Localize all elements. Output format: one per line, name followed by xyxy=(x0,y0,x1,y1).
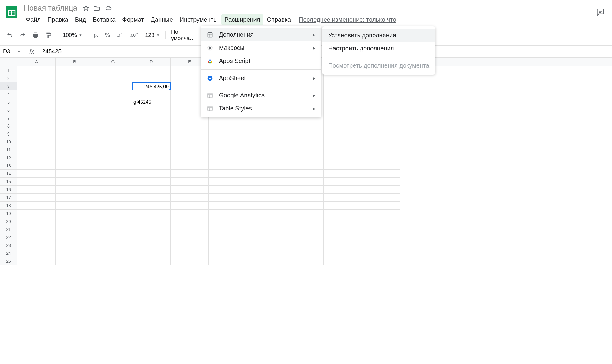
cell[interactable] xyxy=(362,114,400,122)
cell[interactable] xyxy=(362,186,400,194)
menu-help[interactable]: Справка xyxy=(264,14,294,25)
cell[interactable] xyxy=(17,162,56,170)
cell[interactable] xyxy=(132,241,171,249)
cell[interactable] xyxy=(56,194,94,202)
cell[interactable] xyxy=(209,122,247,130)
cell[interactable] xyxy=(285,178,324,186)
cell[interactable] xyxy=(171,210,209,217)
menu-format[interactable]: Формат xyxy=(119,14,147,25)
cell[interactable] xyxy=(132,90,171,98)
cloud-icon[interactable] xyxy=(105,5,112,12)
cell[interactable] xyxy=(285,241,324,249)
cell[interactable] xyxy=(362,146,400,154)
cell[interactable] xyxy=(247,122,285,130)
cell[interactable] xyxy=(171,249,209,257)
cell[interactable] xyxy=(56,122,94,130)
cell[interactable] xyxy=(94,178,132,186)
cell[interactable] xyxy=(171,162,209,170)
row-header[interactable]: 7 xyxy=(0,114,17,122)
cell[interactable] xyxy=(56,257,94,265)
number-format-select[interactable]: 123▼ xyxy=(143,31,162,40)
cell[interactable] xyxy=(324,82,362,90)
cell[interactable] xyxy=(209,257,247,265)
row-header[interactable]: 13 xyxy=(0,162,17,170)
row-header[interactable]: 15 xyxy=(0,178,17,186)
cell[interactable] xyxy=(56,202,94,210)
menu-extensions[interactable]: Расширения xyxy=(221,14,263,25)
cell[interactable] xyxy=(171,170,209,178)
cell[interactable] xyxy=(17,233,56,241)
cell[interactable] xyxy=(209,210,247,217)
cell[interactable] xyxy=(132,114,171,122)
cell[interactable] xyxy=(362,170,400,178)
cell[interactable] xyxy=(247,194,285,202)
cell[interactable] xyxy=(324,122,362,130)
cell[interactable] xyxy=(209,233,247,241)
cell[interactable] xyxy=(324,249,362,257)
cell[interactable] xyxy=(94,122,132,130)
cell[interactable] xyxy=(132,217,171,225)
cell[interactable] xyxy=(56,186,94,194)
cell[interactable] xyxy=(171,241,209,249)
cell[interactable] xyxy=(362,257,400,265)
cell[interactable] xyxy=(285,233,324,241)
row-header[interactable]: 5 xyxy=(0,98,17,106)
cell[interactable] xyxy=(362,106,400,114)
cell[interactable] xyxy=(324,90,362,98)
cell[interactable] xyxy=(324,98,362,106)
cell[interactable] xyxy=(247,146,285,154)
cell[interactable] xyxy=(94,90,132,98)
cell[interactable] xyxy=(132,122,171,130)
cell[interactable] xyxy=(209,130,247,138)
menu-table-styles[interactable]: Table Styles▶ xyxy=(201,102,321,115)
name-box[interactable]: D3▼ xyxy=(0,46,24,57)
cell[interactable] xyxy=(17,90,56,98)
menu-appsheet[interactable]: AppSheet▶ xyxy=(201,72,321,85)
cell[interactable] xyxy=(56,178,94,186)
cell[interactable] xyxy=(56,74,94,82)
cell[interactable] xyxy=(171,202,209,210)
row-header[interactable]: 24 xyxy=(0,249,17,257)
cell[interactable] xyxy=(209,178,247,186)
menu-addons[interactable]: Дополнения▶ xyxy=(201,28,321,41)
cell[interactable] xyxy=(285,162,324,170)
row-header[interactable]: 22 xyxy=(0,233,17,241)
cell[interactable] xyxy=(132,146,171,154)
cell[interactable] xyxy=(362,90,400,98)
undo-icon[interactable] xyxy=(4,30,15,40)
cell[interactable] xyxy=(324,170,362,178)
submenu-configure-addons[interactable]: Настроить дополнения xyxy=(322,42,435,55)
menu-apps-script[interactable]: Apps Script xyxy=(201,54,321,68)
cell[interactable] xyxy=(247,233,285,241)
cell[interactable] xyxy=(324,162,362,170)
currency-button[interactable]: р. xyxy=(91,30,101,40)
cell[interactable] xyxy=(285,225,324,233)
row-header[interactable]: 2 xyxy=(0,74,17,82)
menu-data[interactable]: Данные xyxy=(148,14,176,25)
cell[interactable] xyxy=(94,114,132,122)
cell[interactable] xyxy=(209,217,247,225)
cell[interactable] xyxy=(209,186,247,194)
cell[interactable]: 245 425,00 xyxy=(132,82,171,90)
cell[interactable] xyxy=(171,130,209,138)
cell[interactable] xyxy=(17,154,56,162)
percent-button[interactable]: % xyxy=(103,30,112,40)
cell[interactable] xyxy=(247,241,285,249)
cell[interactable] xyxy=(171,154,209,162)
row-header[interactable]: 1 xyxy=(0,66,17,74)
row-header[interactable]: 21 xyxy=(0,225,17,233)
cell[interactable] xyxy=(285,194,324,202)
cell[interactable] xyxy=(94,162,132,170)
cell[interactable] xyxy=(17,138,56,146)
cell[interactable] xyxy=(94,225,132,233)
cell[interactable] xyxy=(324,106,362,114)
cell[interactable] xyxy=(56,241,94,249)
cell[interactable] xyxy=(324,130,362,138)
cell[interactable] xyxy=(94,130,132,138)
cell[interactable] xyxy=(94,146,132,154)
cell[interactable] xyxy=(132,106,171,114)
row-header[interactable]: 20 xyxy=(0,217,17,225)
cell[interactable] xyxy=(285,154,324,162)
cell[interactable] xyxy=(171,146,209,154)
select-all-corner[interactable] xyxy=(0,58,17,66)
